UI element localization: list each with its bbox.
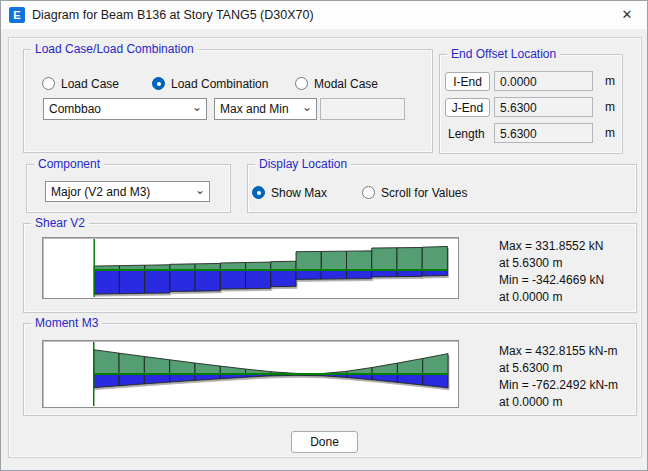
end-offset-group-title: End Offset Location	[447, 47, 560, 61]
shear-v2-group: Shear V2 Max = 331.8552 kN at 5.6300 m M…	[23, 223, 637, 313]
moment-diagram-svg	[43, 341, 458, 407]
i-end-field: 0.0000	[494, 71, 593, 91]
moment-m3-group-title: Moment M3	[31, 316, 102, 330]
moment-min-location: at 0.0000 m	[499, 394, 618, 411]
shear-diagram-svg	[43, 238, 458, 298]
shear-v2-group-title: Shear V2	[31, 216, 89, 230]
j-end-unit: m	[605, 100, 615, 114]
combo-name-value: Combbao	[49, 102, 101, 116]
component-value: Major (V2 and M3)	[51, 185, 150, 199]
radio-scroll-values[interactable]	[362, 186, 375, 199]
etabs-app-icon: E	[9, 7, 25, 23]
length-label: Length	[448, 127, 485, 141]
title-bar: E Diagram for Beam B136 at Story TANG5 (…	[1, 1, 647, 29]
radio-show-max-label: Show Max	[271, 186, 327, 200]
envelope-type-dropdown[interactable]: Max and Min ⌄	[214, 98, 317, 120]
radio-modal-case[interactable]	[295, 77, 308, 90]
display-location-group: Display Location Show Max Scroll for Val…	[247, 164, 637, 213]
moment-diagram-plot[interactable]	[42, 340, 459, 408]
done-button[interactable]: Done	[291, 431, 358, 453]
close-icon[interactable]: ✕	[607, 1, 647, 29]
end-offset-group: End Offset Location I-End 0.0000 m J-End…	[439, 54, 623, 154]
chevron-down-icon: ⌄	[302, 100, 312, 114]
moment-min-value: Min = -762.2492 kN-m	[499, 377, 618, 394]
length-unit: m	[605, 126, 615, 140]
load-case-group-title: Load Case/Load Combination	[31, 42, 198, 56]
moment-m3-group: Moment M3 Max = 432.8155 kN-m at 5.6300 …	[23, 323, 637, 416]
disabled-step-field	[320, 98, 405, 120]
radio-load-combination[interactable]	[152, 77, 165, 90]
chevron-down-icon: ⌄	[192, 100, 202, 114]
shear-stats: Max = 331.8552 kN at 5.6300 m Min = -342…	[499, 238, 604, 306]
radio-load-case[interactable]	[42, 77, 55, 90]
window-title: Diagram for Beam B136 at Story TANG5 (D3…	[32, 8, 314, 22]
component-group: Component Major (V2 and M3) ⌄	[26, 164, 231, 213]
shear-min-location: at 0.0000 m	[499, 289, 604, 306]
shear-max-location: at 5.6300 m	[499, 255, 604, 272]
i-end-unit: m	[605, 74, 615, 88]
moment-max-location: at 5.6300 m	[499, 360, 618, 377]
radio-modal-case-label: Modal Case	[314, 77, 378, 91]
combo-name-dropdown[interactable]: Combbao ⌄	[43, 98, 207, 120]
radio-load-case-label: Load Case	[61, 77, 119, 91]
i-end-button[interactable]: I-End	[445, 72, 490, 91]
shear-max-value: Max = 331.8552 kN	[499, 238, 604, 255]
j-end-button[interactable]: J-End	[445, 98, 490, 117]
chevron-down-icon: ⌄	[195, 183, 205, 197]
shear-diagram-plot[interactable]	[42, 237, 459, 299]
radio-scroll-values-label: Scroll for Values	[381, 186, 467, 200]
shear-min-value: Min = -342.4669 kN	[499, 272, 604, 289]
j-end-field: 5.6300	[494, 97, 593, 117]
component-group-title: Component	[34, 157, 104, 171]
envelope-type-value: Max and Min	[220, 102, 289, 116]
component-dropdown[interactable]: Major (V2 and M3) ⌄	[45, 181, 210, 202]
moment-max-value: Max = 432.8155 kN-m	[499, 343, 618, 360]
dialog-window: E Diagram for Beam B136 at Story TANG5 (…	[0, 0, 648, 471]
radio-show-max[interactable]	[252, 186, 265, 199]
moment-stats: Max = 432.8155 kN-m at 5.6300 m Min = -7…	[499, 343, 618, 411]
radio-load-combination-label: Load Combination	[171, 77, 268, 91]
length-field: 5.6300	[494, 123, 593, 143]
load-case-group: Load Case/Load Combination Load Case Loa…	[23, 49, 433, 153]
display-location-group-title: Display Location	[255, 157, 351, 171]
